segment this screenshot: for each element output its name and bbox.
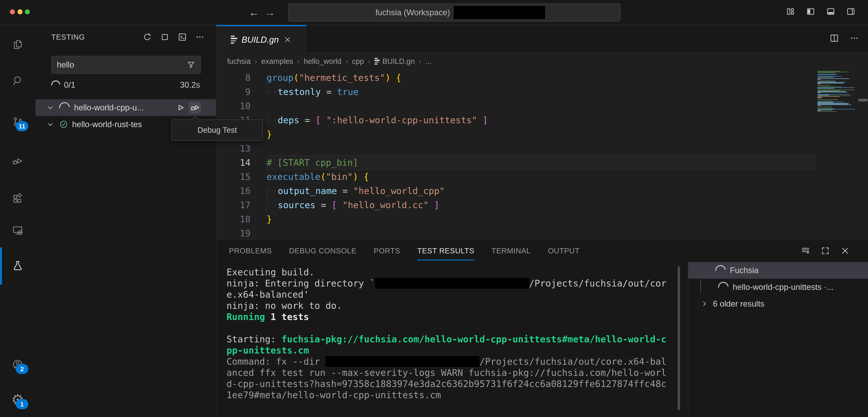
code-token: {: [396, 72, 401, 83]
result-label: Fuchsia: [730, 266, 758, 275]
activity-bar-item-testing[interactable]: [12, 260, 24, 271]
minimap-line: [817, 97, 822, 98]
activity-bar-item-run-and-debug[interactable]: [12, 155, 24, 167]
result-tree-row[interactable]: 6 older results: [688, 296, 868, 312]
breadcrumb-item-[interactable]: ...: [426, 57, 432, 66]
code-token: (: [320, 171, 326, 182]
redacted-text: [454, 6, 545, 19]
code-editor[interactable]: 8910111213141516171819 group("hermetic_t…: [216, 69, 868, 239]
command-center-search[interactable]: fuchsia (Workspace): [288, 3, 621, 22]
code-line[interactable]: [267, 99, 815, 113]
show-test-output-button[interactable]: [178, 32, 187, 42]
more-actions-button[interactable]: [195, 32, 205, 42]
breadcrumb-item-examples[interactable]: examples: [261, 57, 293, 66]
line-number: 13: [216, 141, 267, 155]
refresh-tests-button[interactable]: [143, 32, 152, 42]
code-token: [321, 86, 326, 97]
code-token: ":hello-world-cpp-unittests": [326, 115, 477, 125]
output-text: /Projects/fuchsia/out/cor: [529, 278, 666, 289]
redacted-text: [375, 278, 529, 289]
code-token: executable: [267, 171, 320, 182]
code-token: [391, 72, 396, 83]
activity-bar-item-source-control[interactable]: 11: [12, 116, 24, 128]
tab-build-gn[interactable]: BUILD.gn: [216, 25, 306, 53]
panel-tab-ports[interactable]: PORTS: [374, 240, 400, 262]
result-tree-row[interactable]: Fuchsia: [688, 262, 868, 279]
maximize-panel-button[interactable]: [820, 246, 830, 256]
code-line[interactable]: group("hermetic_tests") {: [267, 71, 815, 85]
activity-bar-item-accounts[interactable]: 2: [12, 359, 24, 370]
customize-layout-button[interactable]: [785, 7, 795, 16]
sidebar-title: TESTING: [35, 33, 85, 41]
test-row[interactable]: hello-world-cpp-u...: [35, 99, 216, 116]
breadcrumb-item-helloworld[interactable]: hello_world: [304, 57, 341, 66]
code-line[interactable]: }: [267, 212, 815, 226]
breadcrumb-item-BUILDgn[interactable]: BUILD.gn: [375, 57, 414, 66]
code-token: testonly: [278, 86, 321, 97]
code-token: [429, 200, 434, 210]
panel-tab-output[interactable]: OUTPUT: [548, 240, 580, 262]
toggle-panel-button[interactable]: [826, 7, 836, 16]
activity-bar-item-remote-explorer[interactable]: [12, 225, 24, 236]
code-line[interactable]: ··deps = [ ":hello-world-cpp-unittests" …: [267, 113, 815, 127]
more-editor-actions-button[interactable]: [849, 33, 860, 43]
result-label: 6 older results: [713, 299, 764, 309]
close-icon[interactable]: [283, 35, 292, 44]
panel-tab-test-results[interactable]: TEST RESULTS: [417, 240, 474, 262]
breadcrumb-item-cpp[interactable]: cpp: [352, 57, 364, 66]
code-token: [299, 115, 305, 125]
code-line[interactable]: ··sources = [ "hello_world.cc" ]: [267, 198, 815, 212]
breadcrumb-item-fuchsia[interactable]: fuchsia: [227, 57, 251, 66]
minimap-line: [817, 78, 849, 79]
chevron-down-icon[interactable]: [46, 120, 55, 129]
code-token: [358, 171, 364, 182]
editor-tab-bar: BUILD.gn: [216, 25, 868, 53]
chevron-down-icon[interactable]: [46, 103, 55, 112]
panel-tab-terminal[interactable]: TERMINAL: [491, 240, 531, 262]
code-line[interactable]: # [START cpp_bin]: [267, 155, 815, 170]
minimap-line: [817, 99, 838, 100]
window-minimize-button[interactable]: [18, 9, 23, 14]
toggle-primary-sidebar-button[interactable]: [806, 7, 815, 16]
debug-test-button[interactable]: [189, 101, 201, 114]
activity-bar-item-search[interactable]: [12, 75, 24, 87]
result-label: hello-world-cpp-unittests ·...: [733, 282, 833, 292]
minimap[interactable]: [817, 71, 858, 112]
output-text: d-cpp-unittests?hash=97358c1883974e3da2c…: [226, 379, 666, 389]
testing-sidebar: TESTING 0/1 30.2s hello-world-cpp-u...he…: [35, 25, 216, 417]
line-number: 10: [216, 99, 267, 113]
code-line[interactable]: ··output_name = "hello_world_cpp": [267, 184, 815, 198]
testing-icon: [12, 260, 24, 271]
minimap-line: [817, 77, 833, 77]
activity-bar-item-extensions[interactable]: [12, 193, 24, 205]
activity-bar-item-settings[interactable]: ⚙1: [12, 394, 24, 406]
activity-bar-item-explorer[interactable]: [12, 39, 24, 50]
window-zoom-button[interactable]: [25, 9, 30, 14]
split-editor-button[interactable]: [829, 33, 839, 43]
window-close-button[interactable]: [10, 9, 15, 14]
breadcrumb-separator: ›: [419, 57, 421, 65]
nav-back-button[interactable]: ←: [246, 4, 261, 21]
code-line[interactable]: }: [267, 127, 815, 141]
code-line[interactable]: ··testonly = true: [267, 85, 815, 99]
output-scrollbar[interactable]: [678, 267, 680, 410]
clear-output-button[interactable]: [801, 246, 811, 256]
toggle-secondary-sidebar-button[interactable]: [846, 7, 856, 16]
nav-forward-button[interactable]: →: [262, 4, 277, 21]
editor-scrollbar[interactable]: [858, 69, 868, 239]
minimap-line: [817, 98, 821, 98]
stop-tests-button[interactable]: [160, 32, 169, 42]
editor-content[interactable]: group("hermetic_tests") {··testonly = tr…: [267, 71, 815, 239]
close-panel-button[interactable]: [840, 246, 850, 256]
minimap-line: [817, 82, 845, 83]
run-test-button[interactable]: [175, 102, 186, 113]
panel-tab-debug-console[interactable]: DEBUG CONSOLE: [289, 240, 356, 262]
code-line[interactable]: [267, 226, 815, 239]
panel-actions: [801, 240, 850, 262]
result-tree-row[interactable]: hello-world-cpp-unittests ·...: [688, 279, 868, 296]
test-filter-input[interactable]: [52, 60, 187, 69]
panel-tab-problems[interactable]: PROBLEMS: [229, 240, 272, 262]
filter-icon[interactable]: [187, 60, 195, 69]
code-line[interactable]: [267, 141, 815, 155]
code-line[interactable]: executable("bin") {: [267, 170, 815, 184]
